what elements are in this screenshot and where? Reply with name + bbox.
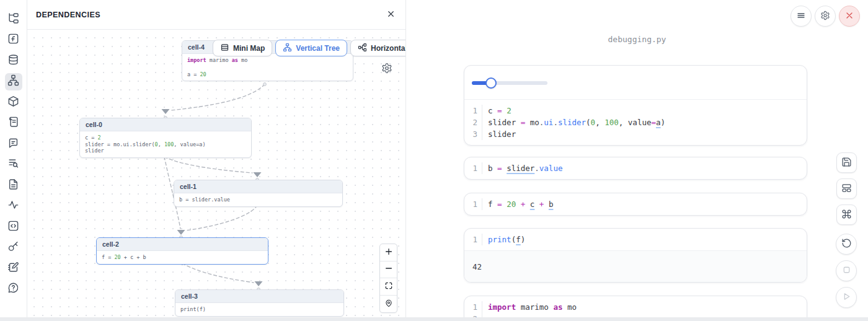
app-window: DEPENDENCIES Mini MapVertical TreeHorizo…: [0, 0, 868, 321]
sidebar-item-dependencies[interactable]: [5, 73, 22, 90]
plus-icon: [384, 247, 393, 258]
function-square-icon: [7, 33, 19, 47]
code-editor[interactable]: 123c = 2slider = mo.ui.slider(0, 100, va…: [464, 100, 807, 145]
menu-icon: [796, 11, 806, 22]
arrowhead-cell-0: [162, 109, 170, 114]
code-lines: c = 2slider = mo.ui.slider(0, 100, value…: [482, 105, 665, 140]
arrowhead-cell-2: [177, 230, 185, 235]
graph-node-cell-2[interactable]: cell-2f = 20 + c + b: [96, 237, 268, 265]
sidebar-item-logs[interactable]: [5, 115, 22, 132]
undo-button[interactable]: [836, 234, 857, 255]
message-question-icon: [7, 282, 19, 296]
sidebar-item-datasources[interactable]: [5, 52, 22, 69]
sidebar-item-code-outputs[interactable]: [5, 218, 22, 235]
sidebar-item-scratchpad[interactable]: [5, 260, 22, 277]
line-numbers: 1: [464, 234, 482, 245]
node-title: cell-1: [174, 180, 342, 193]
locate-button[interactable]: [380, 296, 397, 313]
graph-settings-button[interactable]: [381, 63, 392, 76]
sidebar-item-documentation[interactable]: [5, 156, 22, 174]
notebook-cell-print: 1print(f)42: [464, 228, 807, 283]
sidebar-item-tracing[interactable]: [5, 198, 22, 215]
node-code: print(f): [175, 303, 343, 316]
square-code-icon: [7, 220, 19, 234]
zoom-in-button[interactable]: [380, 244, 397, 262]
line-numbers: 123: [464, 105, 482, 140]
box-icon: [7, 95, 19, 110]
dependency-graph-canvas[interactable]: Mini MapVertical TreeHorizontal Tree cel…: [27, 30, 405, 321]
layout-button[interactable]: [836, 178, 857, 199]
edge-cell-1-to-cell-2: [185, 205, 257, 231]
shutdown-button[interactable]: [839, 6, 860, 27]
code-editor[interactable]: 1b = slider.value: [464, 157, 807, 179]
sidebar-item-secrets[interactable]: [5, 239, 22, 257]
play-icon: [841, 291, 852, 304]
vertical-tree-icon: [283, 43, 292, 54]
graph-view-toolbar: Mini MapVertical TreeHorizontal Tree: [213, 40, 405, 56]
node-code: c = 2slider = mo.ui.slider(0, 100, value…: [80, 131, 251, 157]
edge-cell-4-to-cell-0: [171, 84, 265, 110]
gear-icon: [381, 66, 392, 76]
code-editor[interactable]: 1f = 20 + c + b: [464, 193, 807, 215]
list-search-icon: [7, 157, 19, 172]
edge-cell-0-to-cell-1: [164, 157, 252, 173]
layout-icon: [841, 183, 852, 195]
stop-icon: [841, 265, 852, 277]
sidebar-item-functions[interactable]: [5, 32, 22, 49]
save-button[interactable]: [836, 152, 857, 173]
menu-button[interactable]: [790, 6, 812, 27]
notebook-cell-slider: 123c = 2slider = mo.ui.slider(0, 100, va…: [464, 65, 807, 146]
graph-node-cell-1[interactable]: cell-1b = slider.value: [174, 180, 343, 207]
panel-close-button[interactable]: [386, 9, 396, 20]
notebook-cell-f: 1f = 20 + c + b: [464, 193, 807, 216]
code-lines: print(f): [482, 234, 525, 245]
sidebar-item-chat[interactable]: [5, 135, 22, 152]
code-editor[interactable]: 1print(f): [464, 229, 807, 250]
slider-widget[interactable]: [472, 81, 547, 85]
minus-icon: [384, 264, 393, 275]
sidebar-item-packages[interactable]: [5, 94, 22, 111]
file-tree-icon: [7, 12, 19, 27]
arrowhead-cell-3: [255, 281, 263, 286]
x-icon: [844, 11, 854, 22]
keyboard-shortcuts-button[interactable]: [836, 204, 857, 225]
horizontal-tree-icon: [358, 43, 367, 54]
graph-node-cell-3[interactable]: cell-3print(f): [175, 289, 344, 317]
node-code: import marimo as moa = 20: [182, 54, 353, 81]
cell-output: 42: [464, 250, 807, 282]
notebook-panel: debugging.py 123c = 2slider = mo.ui.slid…: [406, 0, 868, 321]
slider-thumb[interactable]: [485, 77, 497, 89]
node-title: cell-0: [80, 118, 251, 131]
output-value: 42: [472, 262, 482, 271]
sidebar-item-snippets[interactable]: [5, 177, 22, 194]
file-text-icon: [7, 178, 19, 193]
node-title: cell-2: [97, 238, 268, 251]
graph-node-cell-0[interactable]: cell-0c = 2slider = mo.ui.slider(0, 100,…: [79, 118, 252, 158]
zoom-out-button[interactable]: [380, 262, 397, 279]
gear-icon: [820, 11, 830, 22]
cell-output: [464, 66, 807, 100]
sidebar-item-file-tree[interactable]: [5, 11, 22, 28]
helper-panel-sidebar: [0, 0, 27, 321]
view-button-horizontal-tree[interactable]: Horizontal Tree: [350, 40, 405, 56]
map-pin-icon: [384, 299, 393, 309]
bottom-scrollbar[interactable]: [0, 317, 868, 321]
undo-icon: [841, 238, 852, 250]
line-numbers: 1: [464, 198, 482, 210]
arrowhead-cell-1: [254, 172, 262, 177]
view-button-vertical-tree[interactable]: Vertical Tree: [275, 40, 347, 56]
notebook-action-buttons: [836, 152, 857, 308]
sidebar-item-help[interactable]: [5, 281, 22, 298]
edge-cell-2-to-cell-3: [182, 263, 254, 283]
node-title: cell-3: [175, 290, 343, 303]
close-icon: [386, 9, 396, 20]
fit-view-button[interactable]: [380, 278, 397, 296]
maximize-icon: [384, 281, 393, 292]
command-icon: [841, 209, 852, 221]
scroll-icon: [7, 116, 19, 130]
notebook-filename: debugging.py: [406, 35, 868, 44]
settings-button[interactable]: [815, 6, 836, 27]
code-lines: f = 20 + c + b: [482, 198, 553, 210]
view-button-mini-map[interactable]: Mini Map: [213, 40, 272, 56]
dependencies-panel: DEPENDENCIES Mini MapVertical TreeHorizo…: [27, 0, 406, 321]
